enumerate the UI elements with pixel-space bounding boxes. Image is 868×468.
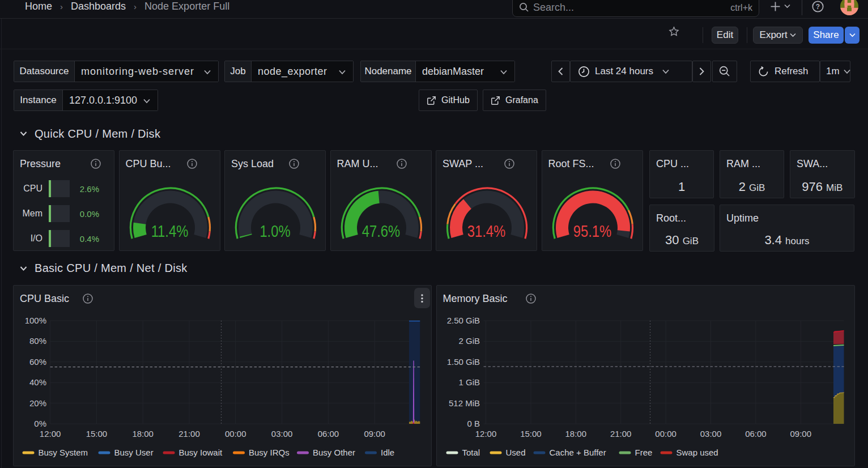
svg-text:Busy System: Busy System [39, 448, 88, 457]
svg-text:06:00: 06:00 [745, 429, 767, 439]
svg-text:12:00: 12:00 [475, 429, 496, 439]
svg-text:Swap used: Swap used [676, 448, 718, 457]
svg-text:18:00: 18:00 [565, 429, 586, 439]
svg-text:80%: 80% [29, 336, 46, 346]
svg-text:21:00: 21:00 [610, 429, 631, 439]
svg-text:0 B: 0 B [467, 419, 480, 428]
svg-text:21:00: 21:00 [178, 429, 200, 439]
svg-text:Free: Free [635, 448, 652, 457]
svg-text:00:00: 00:00 [225, 429, 246, 439]
svg-text:Busy User: Busy User [114, 448, 154, 457]
svg-text:100%: 100% [25, 316, 46, 325]
svg-text:1.50 GiB: 1.50 GiB [446, 357, 479, 367]
svg-text:2.50 GiB: 2.50 GiB [446, 316, 479, 325]
svg-text:?: ? [816, 3, 820, 11]
svg-text:18:00: 18:00 [132, 429, 154, 439]
svg-text:15:00: 15:00 [520, 429, 542, 439]
svg-text:00:00: 00:00 [655, 429, 676, 439]
svg-text:1 GiB: 1 GiB [458, 377, 480, 387]
svg-text:12:00: 12:00 [40, 429, 61, 439]
svg-text:09:00: 09:00 [364, 429, 385, 439]
svg-text:09:00: 09:00 [790, 429, 811, 439]
svg-text:40%: 40% [29, 377, 46, 387]
svg-text:Total: Total [462, 448, 480, 457]
svg-text:Busy IRQs: Busy IRQs [249, 448, 290, 457]
svg-text:Used: Used [505, 448, 525, 457]
svg-text:06:00: 06:00 [318, 429, 339, 439]
svg-text:0%: 0% [34, 419, 46, 428]
svg-text:512 MiB: 512 MiB [448, 398, 479, 408]
svg-text:60%: 60% [29, 357, 46, 367]
svg-text:2 GiB: 2 GiB [458, 336, 480, 346]
svg-text:Busy Iowait: Busy Iowait [179, 448, 223, 457]
svg-text:Busy Other: Busy Other [313, 448, 355, 457]
svg-text:Cache + Buffer: Cache + Buffer [549, 448, 606, 457]
svg-text:03:00: 03:00 [271, 429, 293, 439]
svg-text:15:00: 15:00 [86, 429, 108, 439]
svg-text:20%: 20% [29, 398, 46, 408]
svg-text:03:00: 03:00 [700, 429, 721, 439]
svg-text:Idle: Idle [381, 448, 394, 457]
